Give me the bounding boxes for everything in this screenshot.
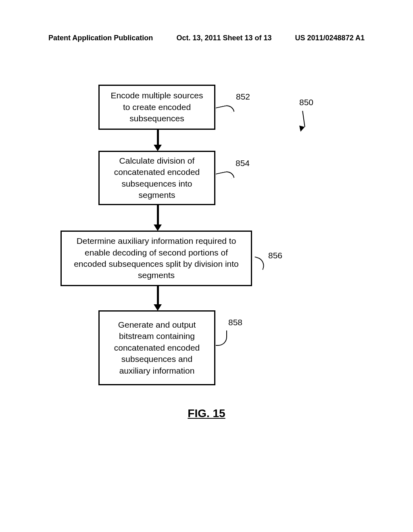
step-text: Encode multiple sources to create encode… <box>107 90 207 124</box>
flow-arrow-head <box>154 224 162 231</box>
header-left: Patent Application Publication <box>48 34 153 42</box>
flowchart-step-856: Determine auxiliary information required… <box>60 231 252 286</box>
step-label-852: 852 <box>236 92 250 102</box>
flowchart-step-858: Generate and output bitstream containing… <box>98 310 215 385</box>
figure-label: FIG. 15 <box>0 407 413 420</box>
flow-arrow-line <box>157 286 159 305</box>
flow-arrow-line <box>157 130 159 146</box>
step-label-856: 856 <box>268 251 282 260</box>
step-text: Calculate division of concatenated encod… <box>107 155 207 201</box>
step-text: Generate and output bitstream containing… <box>107 319 207 376</box>
ref-leader-line <box>302 111 305 127</box>
leader-856 <box>252 256 267 270</box>
header-center: Oct. 13, 2011 Sheet 13 of 13 <box>176 34 271 42</box>
flowchart-step-852: Encode multiple sources to create encode… <box>98 85 215 130</box>
leader-854 <box>215 170 234 182</box>
flowchart-ref-label: 850 <box>299 98 313 107</box>
leader-852 <box>215 104 234 116</box>
flowchart-diagram: 850 Encode multiple sources to create en… <box>0 81 413 443</box>
step-label-858: 858 <box>228 318 242 327</box>
leader-858 <box>216 330 227 346</box>
flow-arrow-line <box>157 205 159 225</box>
page-header: Patent Application Publication Oct. 13, … <box>0 34 413 42</box>
ref-leader-arrowhead <box>298 125 305 132</box>
step-text: Determine auxiliary information required… <box>69 235 244 281</box>
flowchart-step-854: Calculate division of concatenated encod… <box>98 151 215 205</box>
header-right: US 2011/0248872 A1 <box>295 34 365 42</box>
flow-arrow-head <box>154 145 162 151</box>
step-label-854: 854 <box>236 158 250 168</box>
flow-arrow-head <box>154 304 162 311</box>
